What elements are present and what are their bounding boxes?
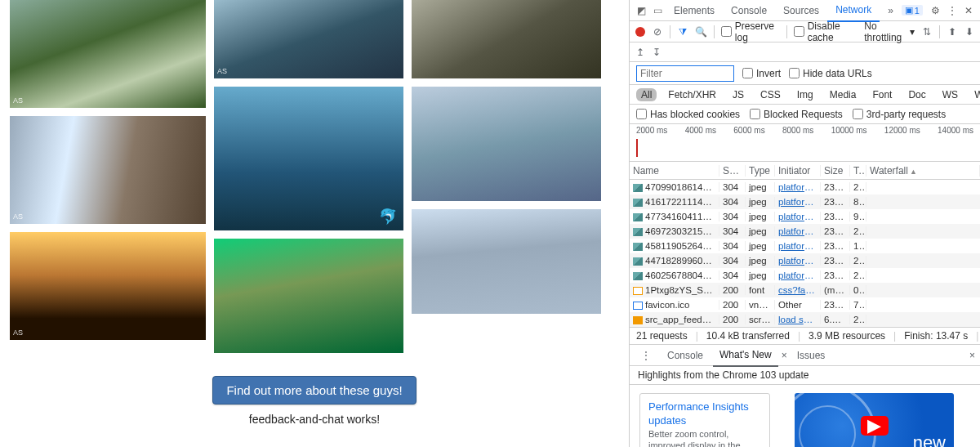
close-drawer-icon[interactable]: × <box>969 350 975 361</box>
record-icon[interactable] <box>635 25 646 38</box>
timeline-tick: 12000 ms <box>884 126 920 135</box>
network-row[interactable]: src_app_feedback-...200scriptload scri..… <box>630 312 980 327</box>
search-icon[interactable]: 🔍 <box>695 25 707 38</box>
col-time[interactable]: T... <box>850 165 866 177</box>
file-type-icon <box>633 228 643 236</box>
network-row[interactable]: 47734160411_f2b6...304jpegplatform...235… <box>630 209 980 224</box>
network-row[interactable]: 45811905264_be3...304jpegplatform...235.… <box>630 239 980 253</box>
status-requests: 21 requests <box>636 330 688 342</box>
tabs-overflow[interactable]: » <box>880 0 902 21</box>
timeline-overview[interactable]: 2000 ms4000 ms6000 ms8000 ms10000 ms1200… <box>630 124 980 162</box>
timeline-tick: 10000 ms <box>831 126 867 135</box>
tab-elements[interactable]: Elements <box>666 0 723 21</box>
blocked-requests-checkbox[interactable]: Blocked Requests <box>750 109 843 120</box>
third-party-checkbox[interactable]: 3rd-party requests <box>853 109 946 120</box>
gallery-image[interactable]: 🐬 <box>214 87 403 230</box>
col-type[interactable]: Type <box>746 165 775 177</box>
type-filter-media[interactable]: Media <box>825 88 862 101</box>
col-size[interactable]: Size <box>821 165 850 177</box>
gallery-image[interactable] <box>412 209 601 314</box>
type-filter-js[interactable]: JS <box>728 88 749 101</box>
device-toggle-icon[interactable]: ▭ <box>649 5 666 16</box>
type-filter-css[interactable]: CSS <box>755 88 786 101</box>
close-icon[interactable]: ✕ <box>960 5 977 16</box>
network-row[interactable]: 1Ptxg8zYS_SKggP...200fontcss?fam...(me..… <box>630 283 980 297</box>
inspect-element-icon[interactable]: ◩ <box>633 5 649 16</box>
throttling-select[interactable]: No throttling ▾ <box>864 20 915 43</box>
invert-checkbox[interactable]: Invert <box>742 68 781 79</box>
whatsnew-card[interactable]: Performance Insights updates Better zoom… <box>639 393 770 447</box>
sort-asc-icon: ▲ <box>910 168 917 176</box>
preserve-log-checkbox[interactable]: Preserve log <box>721 20 780 43</box>
timeline-marker <box>636 139 638 157</box>
upload-icon[interactable]: ↥ <box>636 47 644 58</box>
file-type-icon <box>633 199 643 207</box>
timeline-tick: 14000 ms <box>938 126 973 135</box>
kebab-menu-icon[interactable]: ⋮ <box>944 5 960 16</box>
drawer-tab-whatsnew[interactable]: What's New <box>713 344 778 367</box>
file-type-icon <box>633 213 643 221</box>
gallery-image[interactable]: AS <box>10 0 206 108</box>
status-finish: Finish: 13.47 s <box>904 330 968 342</box>
type-filter-fetchxhr[interactable]: Fetch/XHR <box>663 88 721 101</box>
type-filter-wasm[interactable]: Wasm <box>969 88 980 101</box>
type-filter-font[interactable]: Font <box>867 88 897 101</box>
extra-filter-row: Has blocked cookies Blocked Requests 3rd… <box>630 105 980 124</box>
type-filter-img[interactable]: Img <box>792 88 818 101</box>
play-icon: ▶ <box>861 416 889 436</box>
drawer-tab-issues[interactable]: Issues <box>791 345 832 366</box>
file-type-icon <box>633 272 643 280</box>
blocked-cookies-checkbox[interactable]: Has blocked cookies <box>636 109 740 120</box>
gallery-image[interactable]: AS <box>10 232 206 340</box>
tab-network[interactable]: Network <box>827 0 880 22</box>
gallery-image[interactable] <box>412 0 601 78</box>
type-filter-all[interactable]: All <box>636 88 657 101</box>
gallery-image[interactable]: AS <box>214 0 403 78</box>
watermark: AS <box>13 212 23 221</box>
status-message: feedback-and-chat works! <box>0 413 629 426</box>
whatsnew-video-thumb[interactable]: ▶ new <box>795 393 954 447</box>
promo-label: new <box>913 432 946 447</box>
network-status-bar: 21 requests | 10.4 kB transferred | 3.9 … <box>630 327 980 345</box>
card-body: Better zoom control, improved display in… <box>648 428 761 447</box>
col-name[interactable]: Name <box>630 165 719 177</box>
settings-gear-icon[interactable]: ⚙ <box>928 5 944 16</box>
col-initiator[interactable]: Initiator <box>775 165 821 177</box>
timeline-tick: 6000 ms <box>733 126 764 135</box>
type-filter-doc[interactable]: Doc <box>903 88 930 101</box>
hide-data-urls-checkbox[interactable]: Hide data URLs <box>789 68 872 79</box>
file-type-icon <box>633 243 643 251</box>
gallery-image[interactable] <box>214 239 403 353</box>
import-har-icon[interactable]: ⬆ <box>947 25 958 38</box>
export-har-icon[interactable]: ⬇ <box>964 25 975 38</box>
drawer-tab-console[interactable]: Console <box>661 345 710 366</box>
network-row[interactable]: 46025678804_fb8c...304jpegplatform...235… <box>630 268 980 283</box>
network-row[interactable]: favicon.ico200vnd...Other233...7... <box>630 297 980 312</box>
disable-cache-checkbox[interactable]: Disable cache <box>794 20 858 43</box>
timeline-tick: 4000 ms <box>685 126 716 135</box>
gallery-image[interactable]: AS <box>10 116 206 224</box>
page-content: AS AS AS AS 🐬 Find out more about these … <box>0 0 629 447</box>
file-type-icon <box>633 257 643 266</box>
clear-icon[interactable]: ⊘ <box>653 25 664 38</box>
close-tab-icon[interactable]: × <box>782 350 787 361</box>
col-status[interactable]: Stat... <box>719 165 746 177</box>
drawer-kebab-icon[interactable]: ⋮ <box>635 345 657 366</box>
network-row[interactable]: 46972303215_793...304jpegplatform...235.… <box>630 224 980 239</box>
network-conditions-icon[interactable]: ⇅ <box>921 25 933 38</box>
network-row[interactable]: 44718289960_e83...304jpegplatform...234.… <box>630 253 980 268</box>
watermark: AS <box>13 96 23 105</box>
tab-sources[interactable]: Sources <box>775 0 827 21</box>
tab-console[interactable]: Console <box>723 0 775 21</box>
issues-badge[interactable]: ▣1 <box>902 5 923 16</box>
network-filter-row: Invert Hide data URLs <box>630 62 980 85</box>
type-filter-ws[interactable]: WS <box>938 88 963 101</box>
network-row[interactable]: 41617221114_4d5...304jpegplatform...235.… <box>630 194 980 209</box>
filter-input[interactable] <box>636 65 734 82</box>
find-out-more-button[interactable]: Find out more about these guys! <box>212 376 416 405</box>
gallery-image[interactable] <box>412 87 601 201</box>
network-row[interactable]: 47099018614_5a6...304jpegplatform...235.… <box>630 180 980 194</box>
col-waterfall[interactable]: Waterfall▲ <box>866 165 980 177</box>
download-icon[interactable]: ↧ <box>653 47 661 58</box>
filter-toggle-icon[interactable]: ⧩ <box>677 25 688 38</box>
